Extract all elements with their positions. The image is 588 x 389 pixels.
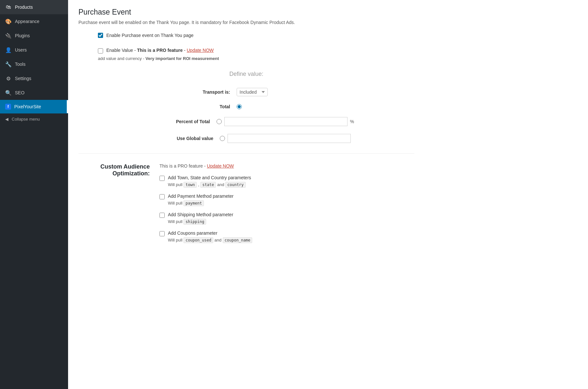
audience-pro-before: This is a PRO feature - xyxy=(159,163,207,169)
global-value-input[interactable] xyxy=(228,134,351,143)
enable-purchase-label[interactable]: Enable Purchase event on Thank You page xyxy=(106,33,194,38)
pro-subtext: add value and currency - Very important … xyxy=(78,56,414,61)
shipping-tag: shipping xyxy=(183,219,206,225)
page-title: Purchase Event xyxy=(78,8,414,17)
town-option-content: Add Town, State and Country parameters W… xyxy=(168,175,251,187)
sidebar-item-seo[interactable]: 🔍 SEO xyxy=(0,86,68,100)
sidebar-item-plugins[interactable]: 🔌 Plugins xyxy=(0,29,68,43)
collapse-label: Collapse menu xyxy=(12,117,40,122)
sidebar-item-pixelyoursite[interactable]: f PixelYourSite xyxy=(0,100,68,113)
shipping-option-label: Add Shipping Method parameter xyxy=(168,212,233,217)
enable-purchase-row: Enable Purchase event on Thank You page xyxy=(78,33,414,38)
coupons-option-desc: Will pull coupon_used and coupon_name xyxy=(168,238,252,242)
appearance-icon: 🎨 xyxy=(5,18,12,25)
pro-subtext-strong: Very important for ROI measurement xyxy=(146,56,219,61)
sidebar-label-pixelyoursite: PixelYourSite xyxy=(14,104,41,109)
percent-row: Percent of Total % xyxy=(78,113,414,130)
enable-purchase-checkbox[interactable] xyxy=(98,33,103,38)
town-state-country-checkbox[interactable] xyxy=(159,176,165,181)
sidebar-label-tools: Tools xyxy=(15,62,26,67)
transport-control: Included Excluded xyxy=(237,88,334,96)
pro-feature-row: Enable Value - This is a PRO feature - U… xyxy=(78,48,414,53)
coupons-option-content: Add Coupons parameter Will pull coupon_u… xyxy=(168,230,252,242)
enable-value-label: Enable Value - xyxy=(106,48,137,53)
percent-label: Percent of Total xyxy=(139,119,210,124)
sidebar-label-settings: Settings xyxy=(15,76,31,81)
collapse-icon: ◀ xyxy=(5,117,8,122)
sidebar-label-seo: SEO xyxy=(15,90,25,95)
pro-feature-badge: This is a PRO feature xyxy=(137,48,183,53)
sidebar-label-users: Users xyxy=(15,47,27,53)
state-tag: state xyxy=(200,182,216,188)
payment-option-desc: Will pull payment xyxy=(168,201,233,206)
define-value-section: Define value: xyxy=(78,71,414,77)
shipping-option-desc: Will pull shipping xyxy=(168,219,233,224)
audience-option-shipping: Add Shipping Method parameter Will pull … xyxy=(159,212,414,224)
payment-tag: payment xyxy=(183,200,204,206)
percent-control: % xyxy=(217,117,354,126)
percent-radio[interactable] xyxy=(217,119,222,124)
pro-separator: - xyxy=(183,48,187,53)
town-option-label: Add Town, State and Country parameters xyxy=(168,175,251,180)
global-value-radio[interactable] xyxy=(220,136,225,141)
define-value-title: Define value: xyxy=(78,71,414,77)
sidebar-item-tools[interactable]: 🔧 Tools xyxy=(0,57,68,71)
global-value-label: Use Global value xyxy=(142,136,213,141)
main-content: Purchase Event Purchase event will be en… xyxy=(68,0,588,389)
audience-option-coupons: Add Coupons parameter Will pull coupon_u… xyxy=(159,230,414,242)
total-label: Total xyxy=(159,104,230,109)
products-icon: 🛍 xyxy=(5,4,12,10)
audience-option-town: Add Town, State and Country parameters W… xyxy=(159,175,414,187)
audience-label: Custom Audience Optimization: xyxy=(78,163,150,177)
shipping-option-content: Add Shipping Method parameter Will pull … xyxy=(168,212,233,224)
page-description: Purchase event will be enabled on the Th… xyxy=(78,20,414,25)
audience-pro-text: This is a PRO feature - Update NOW xyxy=(159,163,414,169)
global-value-row: Use Global value xyxy=(78,130,414,147)
audience-option-payment: Add Payment Method parameter Will pull p… xyxy=(159,194,414,206)
audience-content: This is a PRO feature - Update NOW Add T… xyxy=(159,163,414,249)
town-tag: town xyxy=(183,182,197,188)
sidebar-label-products: Products xyxy=(15,5,33,10)
collapse-menu[interactable]: ◀ Collapse menu xyxy=(0,113,68,125)
town-option-desc: Will pull town , state and country xyxy=(168,182,251,187)
payment-option-label: Add Payment Method parameter xyxy=(168,194,233,199)
transport-select[interactable]: Included Excluded xyxy=(237,88,268,96)
coupon-used-tag: coupon_used xyxy=(183,237,213,243)
transport-row: Transport is: Included Excluded xyxy=(78,84,414,100)
seo-icon: 🔍 xyxy=(5,89,12,96)
sidebar: 🛍 Products 🎨 Appearance 🔌 Plugins 👤 User… xyxy=(0,0,68,389)
plugins-icon: 🔌 xyxy=(5,32,12,39)
pro-subtext-before: add value and currency - xyxy=(98,56,146,61)
transport-label: Transport is: xyxy=(159,89,230,95)
pixelyoursite-icon: f xyxy=(5,104,11,110)
enable-value-checkbox[interactable] xyxy=(98,48,103,53)
sidebar-label-plugins: Plugins xyxy=(15,33,30,38)
total-radio[interactable] xyxy=(237,104,242,109)
global-value-control xyxy=(220,134,351,143)
percent-suffix: % xyxy=(350,119,354,124)
coupons-option-label: Add Coupons parameter xyxy=(168,230,252,236)
settings-icon: ⚙ xyxy=(5,75,12,82)
update-now-link[interactable]: Update NOW xyxy=(187,48,214,53)
sidebar-item-users[interactable]: 👤 Users xyxy=(0,43,68,57)
audience-update-now-link[interactable]: Update NOW xyxy=(207,163,234,169)
sidebar-item-products[interactable]: 🛍 Products xyxy=(0,0,68,14)
audience-section: Custom Audience Optimization: This is a … xyxy=(78,160,414,252)
users-icon: 👤 xyxy=(5,47,12,53)
payment-method-checkbox[interactable] xyxy=(159,194,165,199)
total-control xyxy=(237,104,334,109)
coupons-checkbox[interactable] xyxy=(159,231,165,236)
tools-icon: 🔧 xyxy=(5,61,12,67)
sidebar-item-settings[interactable]: ⚙ Settings xyxy=(0,71,68,86)
coupon-name-tag: coupon_name xyxy=(223,237,252,243)
country-tag: country xyxy=(225,182,246,188)
total-row: Total xyxy=(78,100,414,113)
pro-feature-text: Enable Value - This is a PRO feature - U… xyxy=(106,48,214,53)
section-divider xyxy=(78,153,414,154)
payment-option-content: Add Payment Method parameter Will pull p… xyxy=(168,194,233,206)
percent-input[interactable] xyxy=(224,117,347,126)
sidebar-label-appearance: Appearance xyxy=(15,19,40,24)
sidebar-item-appearance[interactable]: 🎨 Appearance xyxy=(0,14,68,29)
shipping-method-checkbox[interactable] xyxy=(159,213,165,218)
